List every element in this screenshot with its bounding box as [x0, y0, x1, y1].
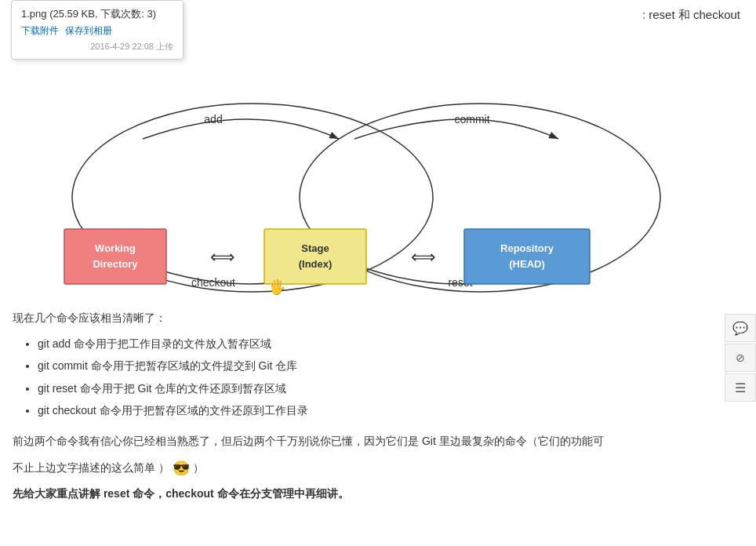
bullet-item-3: git reset 命令用于把 Git 仓库的文件还原到暂存区域 [38, 380, 743, 397]
page-wrapper: 1.png (25.59 KB, 下载次数: 3) 下载附件 保存到相册 201… [0, 0, 756, 514]
diagram-area: add commit checkout reset [0, 76, 756, 311]
repository-label: Repository [500, 242, 554, 254]
save-album-link[interactable]: 保存到相册 [65, 24, 112, 38]
comment-icon: 💬 [732, 321, 748, 336]
bullet-item-2: git commit 命令用于把暂存区域的文件提交到 Git 仓库 [38, 357, 743, 374]
tooltip-filename: 1.png (25.59 KB, 下载次数: 3) [21, 7, 173, 21]
sidebar-icons: 💬 ⊘ ☰ [725, 314, 756, 402]
intro-text: 现在几个命令应该相当清晰了： [13, 311, 743, 326]
paragraph-1: 前边两个命令我有信心你已经相当熟悉了，但后边两个千万别说你已懂，因为它们是 Gi… [13, 432, 743, 451]
bullet-list: git add 命令用于把工作目录的文件放入暂存区域 git commit 命令… [13, 335, 743, 420]
list-icon: ☰ [735, 380, 746, 395]
stage-label: Stage [301, 242, 329, 254]
bullet-item-1: git add 命令用于把工作目录的文件放入暂存区域 [38, 335, 743, 352]
content-section: 现在几个命令应该相当清晰了： git add 命令用于把工作目录的文件放入暂存区… [0, 311, 756, 514]
close-paren: ） [193, 461, 204, 474]
double-arrow-2: ⟺ [411, 247, 436, 267]
emoji-icon: 😎 [173, 457, 190, 481]
svg-rect-4 [64, 229, 166, 284]
stage-index-label: (Index) [299, 258, 333, 270]
svg-rect-5 [264, 229, 366, 284]
bullet-item-4: git checkout 命令用于把暂存区域的文件还原到工作目录 [38, 402, 743, 419]
svg-rect-6 [464, 229, 590, 284]
list-icon-btn[interactable]: ☰ [725, 373, 756, 402]
repository-head-label: (HEAD) [509, 258, 545, 270]
tooltip-actions: 下载附件 保存到相册 [21, 24, 173, 38]
git-diagram-svg: add commit checkout reset [41, 76, 715, 296]
up-icon: ⊘ [736, 351, 745, 364]
paragraph-2: 不止上边文字描述的这么简单 ） 😎 ） [13, 457, 743, 481]
paragraph-2-text: 不止上边文字描述的这么简单 ） [13, 461, 169, 474]
add-label: add [204, 113, 222, 126]
working-directory-label2: Directory [93, 258, 138, 270]
cursor-icon: 🖐 [268, 278, 286, 296]
double-arrow-1: ⟺ [210, 247, 235, 267]
up-icon-btn[interactable]: ⊘ [725, 344, 756, 372]
download-link[interactable]: 下载附件 [21, 24, 59, 38]
checkout-label: checkout [191, 276, 235, 289]
working-directory-label: Working [95, 242, 136, 254]
bold-conclusion: 先给大家重点讲解 reset 命令，checkout 命令在分支管理中再细讲。 [13, 487, 743, 501]
comment-icon-btn[interactable]: 💬 [725, 314, 756, 342]
tooltip-popup: 1.png (25.59 KB, 下载次数: 3) 下载附件 保存到相册 201… [11, 0, 184, 60]
tooltip-timestamp: 2016-4-29 22:08 上传 [21, 41, 173, 53]
